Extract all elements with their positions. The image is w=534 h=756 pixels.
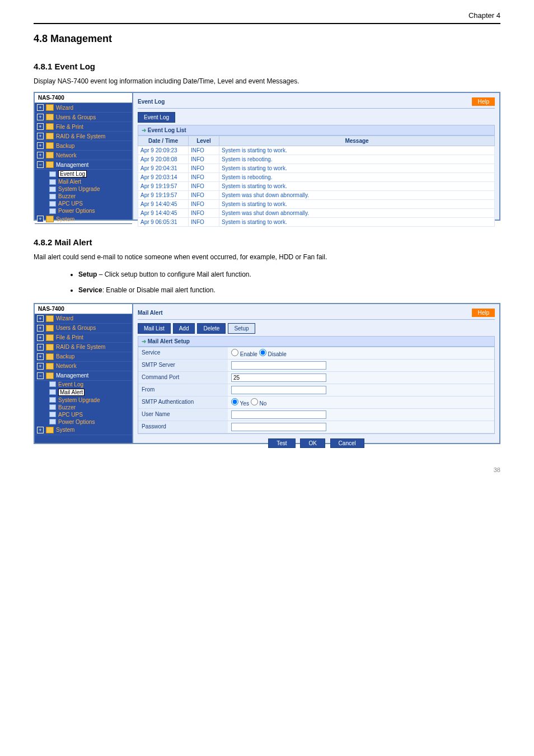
- radio-auth-no[interactable]: No: [251, 400, 267, 407]
- nav-sub-power[interactable]: Power Options: [47, 418, 132, 426]
- section-heading-management: 4.8 Management: [34, 33, 500, 45]
- nav-system[interactable]: +System: [35, 426, 132, 435]
- ups-icon: [49, 201, 56, 207]
- screenshot-eventlog: NAS-7400 +Wizard +Users & Groups +File &…: [34, 92, 500, 221]
- col-date: Date / Time: [138, 136, 189, 146]
- mail-icon: [49, 389, 56, 395]
- nav-sub-upgrade[interactable]: System Upgrade: [47, 185, 132, 193]
- folder-icon: [46, 114, 54, 120]
- nav-fileprint[interactable]: +File & Print: [35, 122, 132, 132]
- nav-sub-mail[interactable]: Mail Alert: [47, 388, 132, 396]
- cell-level: INFO: [189, 191, 219, 200]
- cell-msg: System is starting to work.: [219, 164, 495, 173]
- nav-sub-apc[interactable]: APC UPS: [47, 411, 132, 418]
- nav-wizard[interactable]: +Wizard: [35, 314, 132, 324]
- expand-icon[interactable]: +: [37, 353, 44, 360]
- label-port: Command Port: [138, 372, 228, 384]
- bullet-setup: Setup – Click setup button to configure …: [78, 270, 500, 278]
- expand-icon[interactable]: +: [37, 133, 44, 139]
- nav-sub-eventlog[interactable]: Event Log: [47, 381, 132, 388]
- mail-icon: [49, 179, 56, 185]
- expand-icon[interactable]: +: [37, 427, 44, 433]
- nav-network[interactable]: +Network: [35, 362, 132, 371]
- expand-icon[interactable]: +: [37, 104, 44, 111]
- nav-users[interactable]: +Users & Groups: [35, 113, 132, 122]
- expand-icon[interactable]: +: [37, 315, 44, 322]
- cell-level: INFO: [189, 146, 219, 155]
- expand-icon[interactable]: +: [37, 325, 44, 332]
- collapse-icon[interactable]: −: [37, 372, 44, 379]
- nav-fileprint[interactable]: +File & Print: [35, 333, 132, 343]
- nav-sub-apc[interactable]: APC UPS: [47, 200, 132, 207]
- expand-icon[interactable]: +: [37, 363, 44, 370]
- buzzer-icon: [49, 194, 56, 199]
- expand-icon[interactable]: +: [37, 123, 44, 130]
- cell-msg: System is starting to work.: [219, 200, 495, 209]
- nav-sub-buzzer[interactable]: Buzzer: [47, 404, 132, 411]
- folder-icon: [46, 142, 54, 149]
- input-user[interactable]: [231, 410, 326, 419]
- nav-users[interactable]: +Users & Groups: [35, 324, 132, 333]
- nav-network[interactable]: +Network: [35, 151, 132, 160]
- table-row: Apr 9 20:03:14INFOSystem is rebooting.: [138, 173, 495, 182]
- nav-wizard[interactable]: +Wizard: [35, 103, 132, 113]
- tab-maillist[interactable]: Mail List: [138, 323, 171, 334]
- cell-msg: System was shut down abnormally.: [219, 191, 495, 200]
- tab-add[interactable]: Add: [173, 323, 195, 334]
- nav-sub-mail[interactable]: Mail Alert: [47, 178, 132, 185]
- radio-enable[interactable]: Enable: [231, 351, 257, 357]
- expand-icon[interactable]: +: [37, 114, 44, 120]
- nav-management[interactable]: −Management: [35, 371, 132, 381]
- ok-button[interactable]: OK: [300, 438, 325, 448]
- cell-msg: System is starting to work.: [219, 182, 495, 191]
- nav-sub-power[interactable]: Power Options: [47, 207, 132, 214]
- test-button[interactable]: Test: [268, 438, 295, 448]
- section-heading-mail: 4.8.2 Mail Alert: [34, 237, 500, 247]
- eventlog-description: Display NAS-7400 event log information i…: [34, 77, 500, 86]
- input-port[interactable]: [231, 374, 326, 382]
- table-row: Apr 9 20:08:08INFOSystem is rebooting.: [138, 155, 495, 164]
- input-from[interactable]: [231, 386, 326, 394]
- nav-sub-upgrade[interactable]: System Upgrade: [47, 396, 132, 404]
- input-pass[interactable]: [231, 423, 326, 431]
- cell-date: Apr 9 14:40:45: [138, 200, 189, 209]
- expand-icon[interactable]: +: [37, 152, 44, 158]
- tab-setup[interactable]: Setup: [228, 323, 255, 334]
- nav-raid[interactable]: +RAID & File System: [35, 132, 132, 141]
- tab-delete[interactable]: Delete: [197, 323, 226, 334]
- list-subtitle: Event Log List: [138, 125, 495, 136]
- table-row: Apr 9 20:09:23INFOSystem is starting to …: [138, 146, 495, 155]
- folder-icon: [46, 344, 54, 351]
- nav-system[interactable]: +System: [35, 214, 132, 224]
- table-row: Apr 9 19:19:57INFOSystem is starting to …: [138, 182, 495, 191]
- expand-icon[interactable]: +: [37, 216, 44, 222]
- chapter-header: Chapter 4: [34, 11, 500, 20]
- radio-disable[interactable]: Disable: [259, 351, 287, 357]
- expand-icon[interactable]: +: [37, 344, 44, 351]
- nav-raid[interactable]: +RAID & File System: [35, 343, 132, 352]
- nav-backup[interactable]: +Backup: [35, 352, 132, 362]
- expand-icon[interactable]: +: [37, 334, 44, 341]
- tab-eventlog[interactable]: Event Log: [138, 112, 175, 123]
- gear-icon: [49, 186, 56, 192]
- gear-icon: [49, 397, 56, 403]
- radio-auth-yes[interactable]: Yes: [231, 400, 249, 407]
- nav-sub-eventlog[interactable]: Event Log: [47, 170, 132, 178]
- ups-icon: [49, 412, 56, 417]
- nav-backup[interactable]: +Backup: [35, 141, 132, 151]
- cancel-button[interactable]: Cancel: [330, 438, 364, 448]
- help-button[interactable]: Help: [472, 97, 495, 106]
- nav-selected-label: Event Log: [58, 170, 87, 178]
- sidebar: NAS-7400 +Wizard +Users & Groups +File &…: [35, 304, 133, 443]
- folder-icon: [46, 315, 54, 322]
- nav-management[interactable]: −Management: [35, 160, 132, 170]
- help-button[interactable]: Help: [472, 309, 495, 317]
- nav-management-children: Event Log Mail Alert System Upgrade Buzz…: [35, 381, 132, 426]
- expand-icon[interactable]: +: [37, 142, 44, 149]
- table-row: Apr 9 14:40:45INFOSystem is starting to …: [138, 200, 495, 209]
- page-icon: [49, 171, 56, 177]
- collapse-icon[interactable]: −: [37, 161, 44, 168]
- nav-sub-buzzer[interactable]: Buzzer: [47, 193, 132, 200]
- page-icon: [49, 381, 56, 387]
- input-smtp[interactable]: [231, 361, 326, 370]
